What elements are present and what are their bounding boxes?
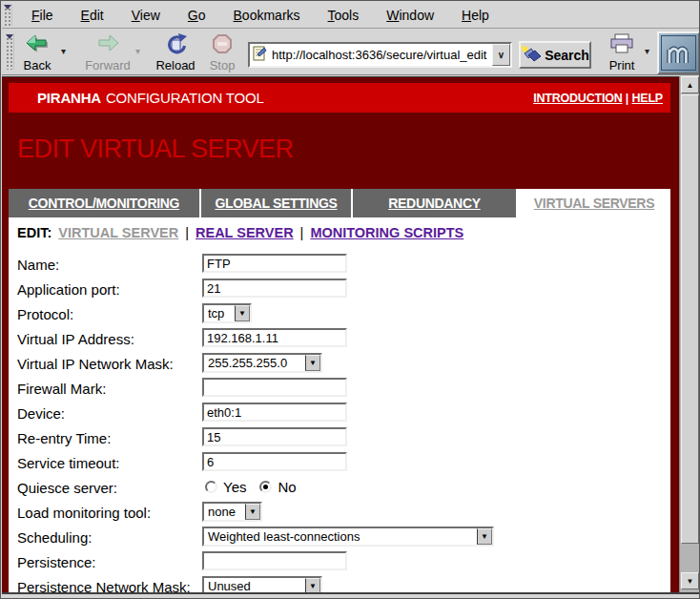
persistence-input[interactable] xyxy=(202,551,347,570)
help-link[interactable]: HELP xyxy=(631,92,663,105)
menu-items: File Edit View Go Bookmarks Tools Window… xyxy=(14,5,499,26)
service-timeout-input[interactable] xyxy=(202,452,347,471)
virtual-ip-mask-select[interactable]: 255.255.255.0 ▼ xyxy=(202,353,322,373)
reentry-time-input[interactable] xyxy=(202,427,347,446)
stop-label: Stop xyxy=(210,58,236,72)
scroll-up-icon[interactable]: ▲ xyxy=(681,76,699,93)
stop-button[interactable]: Stop xyxy=(204,32,240,72)
subnav-separator-2: | xyxy=(300,225,304,240)
page-viewport: PIRANHACONFIGURATION TOOL INTRODUCTION |… xyxy=(2,76,679,592)
search-button[interactable]: Search xyxy=(519,41,591,69)
field-row-service-timeout: Service timeout: xyxy=(9,451,670,476)
protocol-select-arrow-icon: ▼ xyxy=(235,305,250,321)
subnav-real-server-link[interactable]: REAL SERVER xyxy=(196,225,294,240)
app-title: PIRANHACONFIGURATION TOOL xyxy=(37,90,264,106)
forward-icon xyxy=(95,33,120,58)
field-row-device: Device: xyxy=(9,402,670,426)
vertical-scrollbar: ▲ ▼ xyxy=(679,76,699,592)
load-monitoring-select[interactable]: none ▼ xyxy=(202,502,262,522)
quiesce-yes-label: Yes xyxy=(223,479,246,495)
piranha-header-bar: PIRANHACONFIGURATION TOOL INTRODUCTION |… xyxy=(9,83,670,113)
tab-global-settings[interactable]: GLOBAL SETTINGS xyxy=(201,189,351,217)
quiesce-yes-radio[interactable] xyxy=(205,481,217,493)
window-bottom-frame xyxy=(2,592,700,599)
tab-control-monitoring[interactable]: CONTROL/MONITORING xyxy=(9,189,199,217)
field-row-persistence-mask: Persistence Network Mask: Unused ▼ xyxy=(9,575,670,592)
field-row-persistence: Persistence: xyxy=(9,550,670,575)
protocol-select[interactable]: tcp ▼ xyxy=(202,303,252,323)
field-row-firewall-mark: Firewall Mark: xyxy=(9,377,670,402)
back-dropdown-icon[interactable]: ▾ xyxy=(61,46,66,56)
name-input[interactable] xyxy=(202,254,347,273)
menu-edit[interactable]: Edit xyxy=(72,5,113,26)
quiesce-server-label: Quiesce server: xyxy=(17,480,117,496)
firewall-mark-input[interactable] xyxy=(202,378,347,397)
app-title-rest: CONFIGURATION TOOL xyxy=(106,90,264,106)
introduction-link[interactable]: INTRODUCTION xyxy=(533,92,622,105)
tab-row: CONTROL/MONITORING GLOBAL SETTINGS REDUN… xyxy=(9,189,670,217)
search-flashlight-icon xyxy=(521,45,542,65)
tab-virtual-servers[interactable]: VIRTUAL SERVERS xyxy=(518,189,670,217)
firewall-mark-label: Firewall Mark: xyxy=(17,381,106,397)
back-label: Back xyxy=(24,58,51,72)
application-port-input[interactable] xyxy=(202,279,347,298)
menu-file[interactable]: File xyxy=(22,5,63,26)
service-timeout-label: Service timeout: xyxy=(17,455,120,471)
reload-label: Reload xyxy=(155,58,195,72)
menu-go[interactable]: Go xyxy=(178,5,216,26)
toolbar-grippy-handle[interactable] xyxy=(4,4,12,26)
reentry-time-label: Re-entry Time: xyxy=(17,430,111,446)
virtual-server-form: Name: Application port: Protocol: tcp ▼ … xyxy=(9,253,670,592)
browser-window: File Edit View Go Bookmarks Tools Window… xyxy=(0,0,700,599)
toolbar-grippy-handle-2[interactable] xyxy=(6,33,14,70)
persistence-mask-label: Persistence Network Mask: xyxy=(17,579,191,592)
virtual-ip-mask-label: Virtual IP Network Mask: xyxy=(17,356,174,372)
menu-tools[interactable]: Tools xyxy=(319,5,369,26)
virtual-ip-input[interactable] xyxy=(202,328,347,347)
url-history-dropdown-icon[interactable]: ∨ xyxy=(492,44,510,66)
field-row-application-port: Application port: xyxy=(9,278,670,302)
quiesce-no-label: No xyxy=(278,479,296,495)
forward-label: Forward xyxy=(85,58,131,72)
application-port-label: Application port: xyxy=(17,281,120,298)
edit-prefix: EDIT: xyxy=(17,225,51,240)
url-bar: ∨ xyxy=(248,42,512,68)
quiesce-no-radio[interactable] xyxy=(259,481,272,493)
reload-icon xyxy=(164,33,187,58)
subnav-monitoring-scripts-link[interactable]: MONITORING SCRIPTS xyxy=(310,225,463,240)
persistence-label: Persistence: xyxy=(17,554,96,570)
app-title-bold: PIRANHA xyxy=(37,90,101,106)
print-button[interactable]: Print xyxy=(601,32,643,72)
field-row-name: Name: xyxy=(9,253,670,278)
reload-button[interactable]: Reload xyxy=(153,32,198,72)
tab-redundancy[interactable]: REDUNDANCY xyxy=(353,189,516,217)
menu-bookmarks[interactable]: Bookmarks xyxy=(224,5,310,26)
field-row-virtual-ip: Virtual IP Address: xyxy=(9,327,670,352)
mozilla-logo-button[interactable] xyxy=(657,31,700,74)
scroll-down-icon[interactable]: ▼ xyxy=(681,572,699,589)
header-links: INTRODUCTION | HELP xyxy=(533,92,663,105)
forward-dropdown-icon[interactable]: ▾ xyxy=(135,46,140,56)
header-link-separator: | xyxy=(626,92,628,105)
printer-icon xyxy=(609,33,634,58)
url-input[interactable] xyxy=(270,48,492,62)
name-label: Name: xyxy=(17,257,59,273)
subnav-virtual-server-link[interactable]: VIRTUAL SERVER xyxy=(58,225,178,240)
persistence-mask-select[interactable]: Unused ▼ xyxy=(202,576,322,592)
field-row-virtual-ip-mask: Virtual IP Network Mask: 255.255.255.0 ▼ xyxy=(9,352,670,377)
field-row-scheduling: Scheduling: Weighted least-connections ▼ xyxy=(9,526,670,550)
back-button[interactable]: Back xyxy=(15,32,59,72)
device-input[interactable] xyxy=(202,403,347,422)
field-row-quiesce-server: Quiesce server: Yes No xyxy=(9,476,670,501)
menu-view[interactable]: View xyxy=(122,5,170,26)
forward-button[interactable]: Forward xyxy=(82,32,134,72)
print-label: Print xyxy=(609,58,635,72)
persistence-mask-select-arrow-icon: ▼ xyxy=(305,578,320,592)
print-dropdown-icon[interactable]: ▾ xyxy=(645,46,649,56)
scheduling-select[interactable]: Weighted least-connections ▼ xyxy=(202,527,494,547)
scrollbar-thumb[interactable] xyxy=(681,94,699,544)
menu-help[interactable]: Help xyxy=(452,5,499,26)
menu-bar: File Edit View Go Bookmarks Tools Window… xyxy=(2,2,700,29)
menu-window[interactable]: Window xyxy=(377,5,443,26)
scheduling-label: Scheduling: xyxy=(17,529,92,546)
